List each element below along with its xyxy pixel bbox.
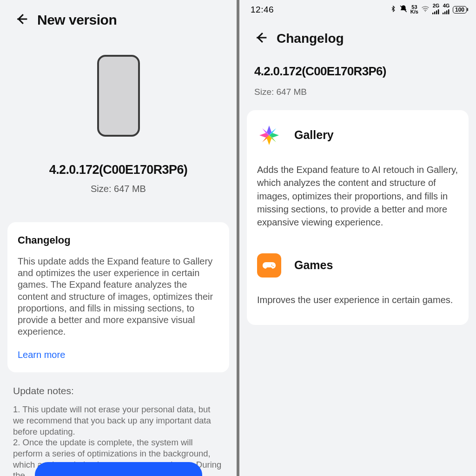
svg-rect-7 [444, 12, 445, 14]
games-icon [257, 253, 281, 278]
changelog-card: Changelog This update adds the Expand fe… [7, 222, 229, 372]
status-time: 12:46 [251, 5, 274, 15]
battery-level: 100 [453, 6, 467, 13]
version-block: 4.2.0.172(C00E170R3P6) Size: 647 MB [239, 50, 476, 97]
feature-games: Games Improves the user experience in ce… [257, 253, 458, 306]
svg-rect-9 [448, 9, 449, 14]
changelog-title: Changelog [18, 234, 219, 246]
mute-icon [399, 5, 408, 14]
svg-point-1 [425, 11, 426, 12]
svg-rect-3 [434, 12, 435, 14]
svg-rect-6 [443, 13, 443, 14]
svg-rect-2 [432, 13, 433, 14]
page-title: New version [37, 12, 117, 28]
svg-rect-4 [436, 10, 437, 14]
back-arrow-icon[interactable] [253, 30, 269, 47]
two-pane-container: New version 4.2.0.172(C00E170R3P6) Size:… [0, 0, 476, 476]
update-notes-title: Update notes: [13, 385, 224, 397]
update-button[interactable] [35, 462, 202, 476]
new-version-screen: New version 4.2.0.172(C00E170R3P6) Size:… [0, 0, 237, 476]
phone-illustration [97, 55, 140, 137]
learn-more-link[interactable]: Learn more [18, 350, 65, 360]
wifi-icon [421, 6, 430, 13]
feature-gallery: Gallery Adds the Expand feature to AI re… [257, 123, 458, 229]
feature-body: Improves the user experience in certain … [257, 293, 458, 306]
phone-illustration-wrap [0, 33, 237, 137]
left-header: New version [0, 0, 237, 33]
feature-title: Gallery [294, 128, 334, 142]
feature-title: Games [294, 258, 333, 272]
network-speed: 53 K/s [410, 5, 418, 14]
status-right: 53 K/s 2G 4G 100 [390, 4, 467, 16]
version-block: 4.2.0.172(C00E170R3P6) Size: 647 MB [0, 163, 237, 194]
svg-rect-8 [446, 10, 447, 14]
svg-rect-5 [438, 9, 439, 14]
update-size: Size: 647 MB [254, 87, 476, 97]
update-size: Size: 647 MB [0, 184, 237, 194]
version-number: 4.2.0.172(C00E170R3P6) [0, 163, 237, 177]
changelog-screen: 12:46 53 K/s 2G [239, 0, 476, 476]
page-title: Changelog [277, 31, 344, 46]
feature-body: Adds the Expand feature to AI retouch in… [257, 163, 458, 229]
network-4g: 4G [443, 4, 450, 16]
gallery-icon [257, 123, 281, 147]
version-number: 4.2.0.172(C00E170R3P6) [254, 64, 476, 79]
back-arrow-icon[interactable] [14, 11, 30, 29]
status-bar: 12:46 53 K/s 2G [239, 0, 476, 16]
features-card: Gallery Adds the Expand feature to AI re… [247, 110, 469, 325]
right-header: Changelog [239, 16, 476, 50]
network-2g: 2G [432, 4, 440, 16]
changelog-body: This update adds the Expand feature to G… [18, 256, 219, 337]
bluetooth-icon [390, 5, 397, 14]
